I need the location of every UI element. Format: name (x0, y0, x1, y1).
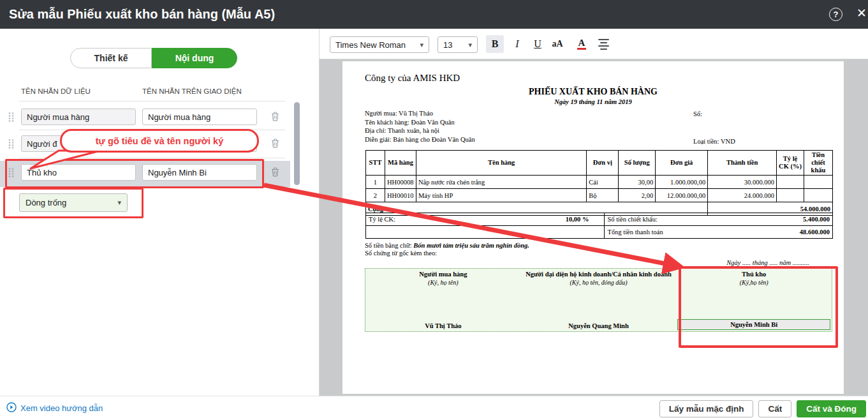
doc-number-label: Số: (693, 110, 702, 117)
align-button[interactable] (594, 35, 612, 53)
sign-date-line: Ngày ..... tháng ..... năm .......... (342, 259, 844, 266)
data-label-input[interactable] (21, 109, 136, 125)
field-row-thu-kho (0, 164, 319, 181)
titlebar: Sửa mẫu Phiếu xuất kho bán hàng (Mẫu A5)… (0, 0, 868, 29)
total-label: Tổng tiền thanh toán (607, 229, 663, 236)
trash-icon[interactable] (271, 112, 279, 124)
table-row: 2 HH00010 Máy tính HP Bộ 2,00 12.000.000… (366, 189, 833, 202)
customer-line: Tên khách hàng: Đoàn Văn Quân (365, 118, 475, 127)
underline-button[interactable]: U (529, 35, 547, 53)
document-title: PHIẾU XUẤT KHO BÁN HÀNG (342, 87, 844, 97)
signature-buyer: Người mua hàng (Ký, họ tên) Vũ Thị Thảo (365, 269, 521, 331)
field-row-nguoi-mua-hang (0, 109, 319, 126)
trash-icon[interactable] (271, 139, 279, 151)
bold-button[interactable]: B (486, 35, 504, 53)
data-label-input[interactable] (21, 135, 136, 152)
tab-thiet-ke[interactable]: Thiết kế (70, 48, 152, 68)
amount-in-words: Số tiền bằng chữ: Bốn mươi tám triệu sáu… (365, 242, 529, 249)
document-date: Ngày 19 tháng 11 năm 2019 (342, 98, 844, 105)
column-header-display-label: TÊN NHÃN TRÊN GIAO DIỆN (142, 87, 242, 95)
signature-block: Người mua hàng (Ký, họ tên) Vũ Thị Thảo … (365, 268, 832, 332)
close-icon[interactable]: ✕ (857, 6, 868, 20)
totals-table: Tỷ lệ CK: 10,00 % Số tiền chiết khấu: 5.… (365, 213, 833, 239)
signature-representative: Người đại diện hộ kinh doanh/Cá nhân kin… (521, 269, 677, 331)
drag-handle-icon[interactable] (8, 139, 15, 152)
page-title: Sửa mẫu Phiếu xuất kho bán hàng (Mẫu A5) (9, 7, 275, 22)
dropdown-value: Dòng trống (26, 198, 66, 207)
font-family-select[interactable]: Times New Roman ▾ (330, 36, 429, 53)
total-row: Tổng tiền thanh toán 48.600.000 (366, 226, 833, 239)
chevron-down-icon: ▾ (468, 41, 472, 49)
buyer-info-block: Người mua: Vũ Thị Thảo Tên khách hàng: Đ… (365, 109, 475, 144)
display-label-input[interactable] (142, 164, 257, 181)
color-swatch (577, 48, 586, 50)
discount-value: 5.400.000 (803, 216, 830, 223)
italic-button[interactable]: I (508, 35, 526, 53)
empty-row-dropdown[interactable]: Dòng trống ▾ (19, 193, 128, 212)
tab-noi-dung[interactable]: Nội dung (152, 48, 237, 68)
discount-label: Số tiền chiết khấu: (607, 216, 657, 223)
buyer-line: Người mua: Vũ Thị Thảo (365, 109, 475, 118)
attached-docs-label: Số chứng từ gốc kèm theo: (365, 250, 437, 257)
items-table: STT Mã hàng Tên hàng Đơn vị Số lượng Đơn… (365, 150, 833, 216)
ck-label: Tỷ lệ CK: (369, 216, 395, 223)
font-color-button[interactable]: A (573, 35, 591, 53)
table-row: 1 HH00008 Nắp nước rửa chén trắng Cái 30… (366, 176, 833, 189)
divider (19, 158, 285, 158)
discount-row: Tỷ lệ CK: 10,00 % Số tiền chiết khấu: 5.… (366, 213, 833, 226)
display-label-input[interactable] (142, 109, 257, 125)
ck-value: 10,00 % (566, 216, 589, 223)
divider (19, 101, 285, 101)
save-and-close-button[interactable]: Cất và Đóng (797, 400, 866, 417)
drag-handle-icon[interactable] (8, 112, 15, 125)
signature-name-editable[interactable]: Nguyễn Minh Bi (677, 319, 830, 330)
column-header-data-label: TÊN NHÃN DỮ LIỆU (21, 87, 91, 95)
video-guide-link[interactable]: Xem video hướng dẫn (6, 402, 103, 414)
default-template-button[interactable]: Lấy mẫu mặc định (659, 400, 754, 417)
template-editor-window: Sửa mẫu Phiếu xuất kho bán hàng (Mẫu A5)… (0, 0, 868, 420)
content-config-panel: Thiết kế Nội dung TÊN NHÃN DỮ LIỆU TÊN N… (0, 29, 319, 396)
footer-buttons: Lấy mẫu mặc định Cất Cất và Đóng (659, 400, 866, 417)
field-row-nguoi-dai-dien (0, 135, 319, 153)
play-icon (6, 402, 17, 414)
total-value: 48.600.000 (800, 229, 830, 236)
items-header-row: STT Mã hàng Tên hàng Đơn vị Số lượng Đơn… (366, 151, 833, 176)
signature-storekeeper: Thủ kho (Ký,họ tên) Nguyễn Minh Bi (676, 269, 832, 331)
chevron-down-icon: ▾ (117, 199, 121, 207)
font-size-select[interactable]: 13 ▾ (438, 36, 478, 53)
display-label-input[interactable] (142, 135, 257, 152)
document-page: Công ty của AMIS HKD PHIẾU XUẤT KHO BÁN … (342, 61, 844, 394)
font-size-value: 13 (443, 40, 452, 50)
currency-label: Loại tiền: VND (693, 138, 735, 145)
divider (19, 130, 285, 130)
trash-icon[interactable] (271, 167, 279, 179)
preview-panel: Times New Roman ▾ 13 ▾ B I U aA A Công t… (319, 29, 868, 396)
help-icon[interactable]: ? (829, 8, 842, 21)
address-line: Địa chỉ: Thanh xuân, hà nội (365, 126, 475, 135)
format-toolbar: Times New Roman ▾ 13 ▾ B I U aA A (320, 29, 868, 59)
data-label-input[interactable] (21, 164, 136, 181)
document-preview-area: Công ty của AMIS HKD PHIẾU XUẤT KHO BÁN … (320, 59, 868, 396)
signature-name: Vũ Thị Thảo (365, 322, 521, 329)
text-case-button[interactable]: aA (548, 35, 566, 53)
description-line: Diễn giải: Bán hàng cho Đoàn Văn Quân (365, 135, 475, 144)
signature-name: Nguyễn Quang Minh (521, 322, 677, 329)
drag-handle-icon[interactable] (8, 167, 15, 181)
company-name: Công ty của AMIS HKD (365, 73, 460, 84)
font-family-value: Times New Roman (335, 40, 406, 50)
chevron-down-icon: ▾ (420, 41, 423, 49)
save-button[interactable]: Cất (758, 400, 791, 417)
tab-group: Thiết kế Nội dung (70, 48, 237, 68)
footer-bar: Xem video hướng dẫn Lấy mẫu mặc định Cất… (0, 396, 868, 420)
scrollbar-thumb[interactable] (294, 102, 300, 185)
